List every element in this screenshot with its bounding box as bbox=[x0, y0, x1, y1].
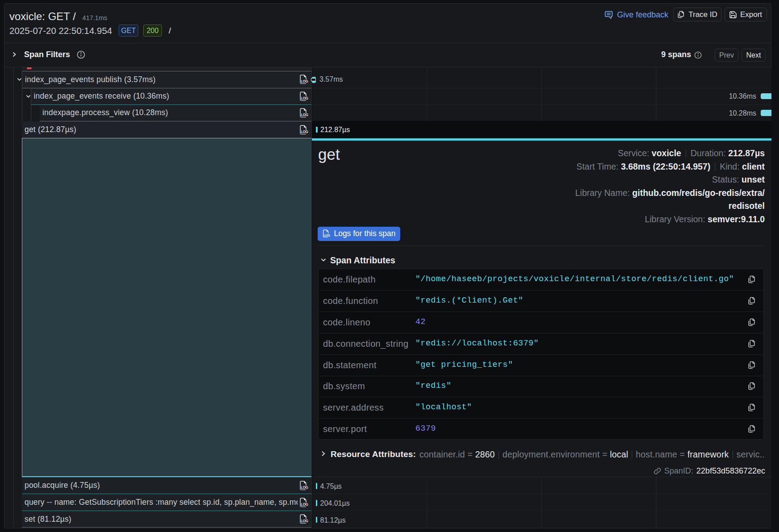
svg-text:LOG: LOG bbox=[301, 79, 308, 83]
svg-text:LOG: LOG bbox=[301, 503, 308, 507]
svg-text:LOG: LOG bbox=[301, 130, 308, 134]
svg-text:LOG: LOG bbox=[301, 486, 308, 490]
svg-text:LOG: LOG bbox=[301, 519, 308, 523]
svg-text:LOG: LOG bbox=[301, 96, 308, 100]
svg-text:LOG: LOG bbox=[324, 234, 331, 237]
svg-text:LOG: LOG bbox=[301, 113, 308, 117]
